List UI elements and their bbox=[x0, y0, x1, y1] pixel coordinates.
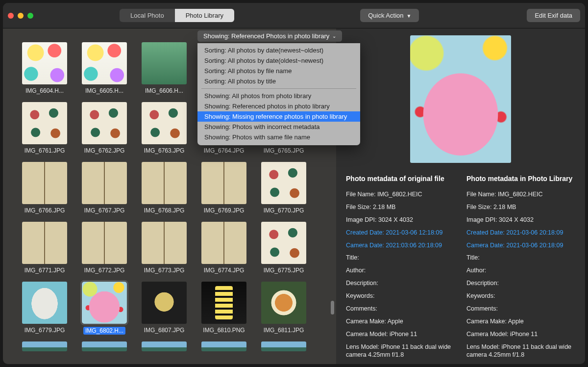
thumbnail-label: IMG_6811.JPG bbox=[264, 327, 304, 334]
metadata-columns: Photo metadata of original file File Nam… bbox=[346, 175, 575, 364]
metadata-row-created-date: Created Date: 2021-03-06 20:18:09 bbox=[466, 229, 575, 237]
filter-sort-option[interactable]: Sorting: All photos by file name bbox=[197, 66, 360, 76]
thumbnail-cell[interactable]: IMG_6761.JPG bbox=[18, 102, 72, 158]
thumbnail-cell[interactable]: IMG_6763.JPG bbox=[137, 102, 191, 158]
metadata-row-author: Author: bbox=[346, 266, 455, 275]
thumbnail-cell[interactable] bbox=[137, 341, 191, 353]
filter-dropdown-container: Showing: Referenced Photos in photo libr… bbox=[197, 30, 342, 42]
filter-show-option[interactable]: Showing: Missing reference photos in pho… bbox=[197, 111, 360, 122]
metadata-row-file-size: File Size: 2.18 MB bbox=[346, 203, 455, 211]
filter-sort-option[interactable]: Sorting: All photos by title bbox=[197, 76, 360, 86]
filter-sort-option[interactable]: Sorting: All photos by date(newest~oldes… bbox=[197, 45, 360, 55]
metadata-row-camera-model: Camera Model: iPhone 11 bbox=[466, 330, 575, 339]
thumbnail-image bbox=[22, 341, 67, 351]
metadata-row-file-size: File Size: 2.18 MB bbox=[466, 203, 575, 211]
thumbnail-cell[interactable]: IMG_6774.JPG bbox=[197, 222, 251, 278]
thumbnail-cell[interactable]: IMG_6779.JPG bbox=[18, 282, 72, 338]
thumbnail-image bbox=[142, 162, 187, 204]
thumbnail-image bbox=[22, 282, 67, 324]
thumbnail-image bbox=[201, 341, 246, 351]
thumbnail-image bbox=[261, 222, 306, 264]
metadata-row-comments: Comments: bbox=[346, 305, 455, 313]
filter-show-option[interactable]: Showing: Photos with same file name bbox=[197, 132, 360, 142]
thumbnail-image bbox=[142, 222, 187, 264]
thumbnail-image bbox=[142, 341, 187, 351]
thumbnail-cell[interactable] bbox=[77, 341, 131, 353]
thumbnail-label: IMG_6802.H... bbox=[83, 327, 125, 335]
metadata-row-file-name: File Name: IMG_6802.HEIC bbox=[466, 190, 575, 199]
thumbnail-label: IMG_6768.JPG bbox=[144, 207, 185, 214]
thumbnail-image bbox=[82, 222, 127, 264]
thumbnail-label: IMG_6763.JPG bbox=[144, 147, 185, 154]
filter-dropdown-menu: Sorting: All photos by date(newest~oldes… bbox=[197, 43, 360, 145]
thumbnail-cell[interactable]: IMG_6771.JPG bbox=[18, 222, 72, 278]
thumbnail-cell[interactable]: IMG_6605.H... bbox=[77, 42, 131, 98]
thumbnail-cell[interactable]: IMG_6773.JPG bbox=[137, 222, 191, 278]
close-icon[interactable] bbox=[8, 13, 14, 19]
metadata-original-heading: Photo metadata of original file bbox=[346, 175, 455, 183]
thumbnail-cell[interactable]: IMG_6770.JPG bbox=[257, 162, 311, 218]
thumbnail-image bbox=[201, 282, 246, 324]
thumbnail-cell[interactable]: IMG_6604.H... bbox=[18, 42, 72, 98]
thumbnail-image bbox=[261, 162, 306, 204]
filter-sort-option[interactable]: Sorting: All photos by date(oldest~newes… bbox=[197, 55, 360, 66]
thumbnail-cell[interactable] bbox=[18, 341, 72, 353]
thumbnail-image bbox=[22, 162, 67, 204]
thumbnail-label: IMG_6773.JPG bbox=[144, 267, 185, 274]
thumbnail-image bbox=[82, 341, 127, 351]
thumbnail-image bbox=[82, 42, 127, 84]
thumbnail-cell[interactable]: IMG_6767.JPG bbox=[77, 162, 131, 218]
thumbnail-label: IMG_6772.JPG bbox=[84, 267, 125, 274]
app-window: Local Photo Photo Library Quick Action ▼… bbox=[3, 3, 585, 364]
chevron-down-icon: ▼ bbox=[406, 13, 411, 19]
filter-current-button[interactable]: Showing: Referenced Photos in photo libr… bbox=[197, 30, 342, 42]
thumbnail-label: IMG_6770.JPG bbox=[264, 207, 304, 214]
thumbnail-image bbox=[142, 282, 187, 324]
fullscreen-icon[interactable] bbox=[27, 13, 33, 19]
metadata-row-camera-make: Camera Make: Apple bbox=[466, 317, 575, 326]
thumbnail-image bbox=[22, 102, 67, 144]
filter-show-option[interactable]: Showing: Referenced photos in photo libr… bbox=[197, 101, 360, 111]
thumbnail-label: IMG_6604.H... bbox=[25, 87, 64, 94]
thumbnail-label: IMG_6810.PNG bbox=[203, 327, 245, 334]
thumbnail-label: IMG_6775.JPG bbox=[264, 267, 304, 274]
filter-show-option[interactable]: Showing: Photos with incorrect metadata bbox=[197, 122, 360, 132]
metadata-original-column: Photo metadata of original file File Nam… bbox=[346, 175, 455, 364]
thumbnail-cell[interactable] bbox=[257, 341, 311, 353]
thumbnail-cell[interactable]: IMG_6772.JPG bbox=[77, 222, 131, 278]
minimize-icon[interactable] bbox=[18, 13, 24, 19]
thumbnail-cell[interactable] bbox=[197, 341, 251, 353]
thumbnail-cell[interactable]: IMG_6766.JPG bbox=[18, 162, 72, 218]
quick-action-button[interactable]: Quick Action ▼ bbox=[360, 9, 419, 22]
metadata-row-camera-date: Camera Date: 2021:03:06 20:18:09 bbox=[346, 241, 455, 250]
metadata-row-comments: Comments: bbox=[466, 305, 575, 313]
thumbnail-cell[interactable]: IMG_6768.JPG bbox=[137, 162, 191, 218]
metadata-row-keywords: Keywords: bbox=[466, 292, 575, 300]
thumbnail-image bbox=[201, 222, 246, 264]
metadata-library-heading: Photo metadata in Photo Library bbox=[466, 175, 575, 183]
thumbnail-label: IMG_6764.JPG bbox=[204, 147, 245, 154]
metadata-row-lens-model: Lens Model: iPhone 11 back dual wide cam… bbox=[346, 343, 455, 360]
thumbnail-cell[interactable]: IMG_6810.PNG bbox=[197, 282, 251, 338]
edit-exif-button[interactable]: Edit Exif data bbox=[527, 9, 580, 22]
tab-local-photo[interactable]: Local Photo bbox=[120, 9, 175, 22]
filter-show-option[interactable]: Showing: All photos from photo library bbox=[197, 91, 360, 101]
thumbnail-label: IMG_6605.H... bbox=[85, 87, 123, 94]
thumbnail-image bbox=[201, 162, 246, 204]
thumbnail-label: IMG_6765.JPG bbox=[264, 147, 304, 154]
thumbnail-cell[interactable]: IMG_6811.JPG bbox=[257, 282, 311, 338]
thumbnail-image bbox=[142, 102, 187, 144]
scrollbar-thumb[interactable] bbox=[331, 301, 334, 315]
titlebar: Local Photo Photo Library Quick Action ▼… bbox=[3, 3, 585, 28]
thumbnail-cell[interactable]: IMG_6775.JPG bbox=[257, 222, 311, 278]
metadata-row-description: Description: bbox=[466, 279, 575, 288]
metadata-row-title: Title: bbox=[346, 254, 455, 262]
thumbnail-cell[interactable]: IMG_6769.JPG bbox=[197, 162, 251, 218]
thumbnail-image bbox=[22, 42, 67, 84]
tab-photo-library[interactable]: Photo Library bbox=[175, 9, 234, 22]
thumbnail-cell[interactable]: IMG_6802.H... bbox=[77, 282, 131, 338]
thumbnail-cell[interactable]: IMG_6807.JPG bbox=[137, 282, 191, 338]
thumbnail-image bbox=[261, 282, 306, 324]
thumbnail-cell[interactable]: IMG_6606.H... bbox=[137, 42, 191, 98]
thumbnail-cell[interactable]: IMG_6762.JPG bbox=[77, 102, 131, 158]
